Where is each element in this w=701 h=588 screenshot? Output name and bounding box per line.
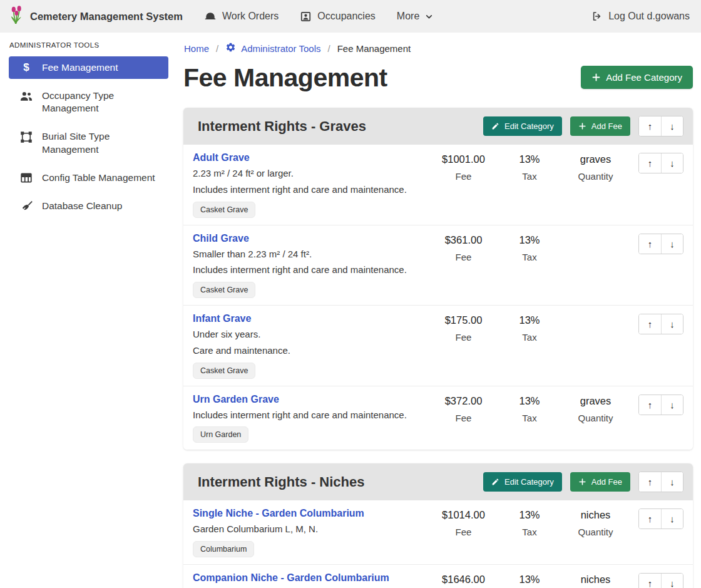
fee-list: Single Niche - Garden Columbarium Garden… bbox=[183, 500, 693, 588]
sidebar-item-label: Fee Management bbox=[42, 61, 118, 74]
sidebar-item-burial-site-type-management[interactable]: Burial Site Type Management bbox=[9, 125, 168, 160]
fee-info: Urn Garden Grave Includes interment righ… bbox=[193, 394, 426, 443]
table-icon bbox=[19, 172, 33, 183]
nav-occupancies-label: Occupancies bbox=[317, 11, 376, 22]
fee-row: Adult Grave 2.23 m² / 24 ft² or larger.I… bbox=[183, 145, 693, 225]
move-fee-down-button[interactable]: ↓ bbox=[661, 395, 683, 415]
gear-icon bbox=[225, 42, 236, 54]
main-content: Home / Administrator Tools / Fee Managem… bbox=[176, 33, 701, 588]
hard-hat-icon bbox=[204, 11, 217, 22]
move-fee-down-button[interactable]: ↓ bbox=[661, 314, 683, 334]
fee-type-tag: Casket Grave bbox=[193, 363, 255, 379]
fee-amount-cell: $1001.00 Fee bbox=[431, 152, 496, 182]
nav-work-orders[interactable]: Work Orders bbox=[204, 11, 279, 22]
fee-description: 2.23 m² / 24 ft² or larger. bbox=[193, 168, 426, 180]
fee-quantity-cell: niches Quantity bbox=[563, 572, 628, 588]
nav-occupancies[interactable]: Occupancies bbox=[300, 11, 376, 23]
breadcrumb-separator: / bbox=[327, 43, 330, 54]
breadcrumb-separator: / bbox=[216, 43, 218, 54]
fee-name-link[interactable]: Child Grave bbox=[193, 233, 249, 244]
sidebar-item-label: Burial Site Type Management bbox=[42, 130, 162, 155]
fee-tax-cell: 13% Tax bbox=[501, 313, 558, 343]
add-fee-button[interactable]: Add Fee bbox=[570, 116, 630, 136]
move-category-up-button[interactable]: ↑ bbox=[639, 472, 661, 492]
fee-description: Includes interment right and care and ma… bbox=[193, 410, 426, 421]
sidebar-item-fee-management[interactable]: $ Fee Management bbox=[9, 56, 168, 79]
add-fee-label: Add Fee bbox=[591, 477, 622, 487]
logout-link[interactable]: Log Out d.gowans bbox=[591, 11, 690, 22]
fee-info: Child Grave Smaller than 2.23 m² / 24 ft… bbox=[193, 233, 426, 299]
sidebar-item-database-cleanup[interactable]: Database Cleanup bbox=[9, 195, 168, 217]
move-category-down-button[interactable]: ↓ bbox=[661, 116, 683, 136]
fee-amount-label: Fee bbox=[456, 332, 472, 343]
move-fee-up-button[interactable]: ↑ bbox=[639, 314, 661, 334]
fee-reorder-buttons: ↑ ↓ bbox=[638, 314, 683, 334]
nav-more[interactable]: More bbox=[397, 11, 433, 22]
move-fee-up-button[interactable]: ↑ bbox=[639, 574, 661, 588]
move-fee-up-button[interactable]: ↑ bbox=[639, 395, 661, 415]
move-fee-up-button[interactable]: ↑ bbox=[639, 153, 661, 173]
edit-category-label: Edit Category bbox=[504, 121, 554, 131]
edit-category-button[interactable]: Edit Category bbox=[483, 472, 562, 492]
move-fee-down-button[interactable]: ↓ bbox=[661, 509, 683, 529]
fee-type-tag: Urn Garden bbox=[193, 426, 248, 443]
fee-amount-cell: $175.00 Fee bbox=[431, 313, 496, 343]
sidebar-item-label: Occupancy Type Management bbox=[42, 90, 162, 115]
breadcrumb-admin-tools-link[interactable]: Administrator Tools bbox=[225, 42, 320, 54]
fee-amount-label: Fee bbox=[456, 413, 472, 423]
fee-tax-label: Tax bbox=[522, 332, 536, 343]
fee-quantity-cell: graves Quantity bbox=[563, 152, 628, 182]
move-category-down-button[interactable]: ↓ bbox=[661, 472, 683, 492]
fee-quantity-label: Quantity bbox=[578, 171, 613, 182]
fee-tax-value: 13% bbox=[519, 153, 540, 165]
chevron-down-icon bbox=[425, 13, 433, 21]
fee-tax-cell: 13% Tax bbox=[501, 152, 558, 182]
move-fee-up-button[interactable]: ↑ bbox=[639, 509, 661, 529]
edit-category-button[interactable]: Edit Category bbox=[483, 116, 562, 136]
fee-quantity-value: graves bbox=[580, 153, 611, 165]
fee-category-panel: Interment Rights - Graves Edit Category … bbox=[183, 108, 693, 450]
fee-row: Infant Grave Under six years.Care and ma… bbox=[183, 305, 693, 386]
fee-tax-cell: 13% Tax bbox=[501, 233, 558, 262]
fee-reorder-buttons: ↑ ↓ bbox=[638, 573, 683, 588]
logout-label: Log Out d.gowans bbox=[608, 11, 690, 22]
move-fee-down-button[interactable]: ↓ bbox=[661, 574, 683, 588]
fee-name-link[interactable]: Companion Niche - Garden Columbarium bbox=[193, 572, 389, 584]
sidebar: ADMINISTRATOR TOOLS $ Fee Management Occ… bbox=[0, 33, 176, 588]
breadcrumb-current: Fee Management bbox=[337, 43, 411, 54]
sidebar-item-config-table-management[interactable]: Config Table Management bbox=[9, 167, 168, 189]
fee-quantity-label: Quantity bbox=[578, 527, 613, 537]
fee-row: Child Grave Smaller than 2.23 m² / 24 ft… bbox=[183, 225, 693, 306]
nav-more-label: More bbox=[397, 11, 419, 22]
fee-amount-cell: $372.00 Fee bbox=[431, 394, 496, 423]
fee-info: Companion Niche - Garden Columbarium Gar… bbox=[193, 572, 426, 588]
fee-category-title: Interment Rights - Graves bbox=[193, 118, 475, 135]
move-fee-down-button[interactable]: ↓ bbox=[661, 234, 683, 254]
fee-descriptions: 2.23 m² / 24 ft² or larger.Includes inte… bbox=[193, 168, 426, 196]
fee-info: Single Niche - Garden Columbarium Garden… bbox=[193, 508, 426, 557]
fee-name-link[interactable]: Infant Grave bbox=[193, 313, 251, 324]
add-fee-category-button[interactable]: Add Fee Category bbox=[581, 66, 693, 89]
sidebar-item-occupancy-type-management[interactable]: Occupancy Type Management bbox=[9, 85, 168, 120]
fee-reorder-buttons: ↑ ↓ bbox=[638, 153, 683, 173]
fee-descriptions: Garden Columbarium L, M, N. bbox=[193, 524, 426, 535]
fee-category-title: Interment Rights - Niches bbox=[193, 474, 475, 490]
move-category-up-button[interactable]: ↑ bbox=[639, 116, 661, 136]
breadcrumb-home-link[interactable]: Home bbox=[184, 43, 209, 54]
fee-tax-value: 13% bbox=[519, 574, 540, 585]
categories: Interment Rights - Graves Edit Category … bbox=[183, 108, 693, 588]
fee-tax-label: Tax bbox=[522, 527, 536, 537]
add-fee-label: Add Fee bbox=[591, 121, 622, 131]
fee-name-link[interactable]: Urn Garden Grave bbox=[193, 394, 279, 405]
move-fee-down-button[interactable]: ↓ bbox=[661, 153, 683, 173]
fee-category-header: Interment Rights - Niches Edit Category … bbox=[183, 463, 693, 500]
fee-name-link[interactable]: Adult Grave bbox=[193, 152, 250, 163]
fee-tax-cell: 13% Tax bbox=[501, 508, 558, 537]
move-fee-up-button[interactable]: ↑ bbox=[639, 234, 661, 254]
fee-tax-value: 13% bbox=[519, 234, 540, 246]
add-fee-button[interactable]: Add Fee bbox=[570, 472, 630, 492]
fee-category-panel: Interment Rights - Niches Edit Category … bbox=[183, 463, 693, 588]
fee-amount-label: Fee bbox=[456, 527, 472, 537]
fee-name-link[interactable]: Single Niche - Garden Columbarium bbox=[193, 508, 364, 519]
fee-type-tag: Casket Grave bbox=[193, 202, 255, 218]
